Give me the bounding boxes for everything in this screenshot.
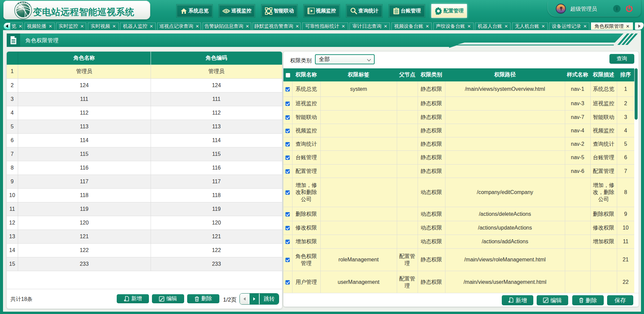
svg-text:网: 网 bbox=[24, 1, 26, 4]
svg-text:家: 家 bbox=[19, 1, 22, 4]
svg-text:电: 电 bbox=[22, 1, 24, 3]
